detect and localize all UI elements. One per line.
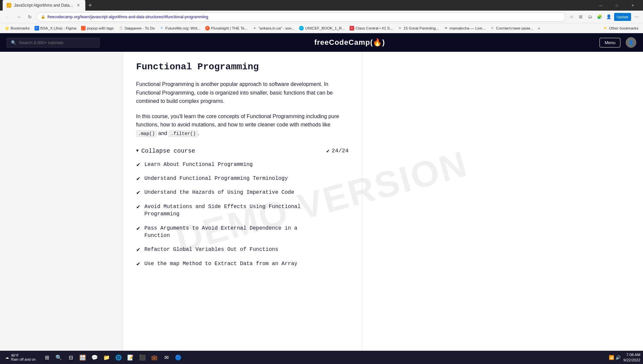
sootv-favicon: С xyxy=(490,26,495,31)
network-icon[interactable]: 📶 xyxy=(609,355,614,360)
article-para2-prefix: In this course, you'll learn the core co… xyxy=(136,113,339,128)
extensions-icon[interactable]: 🧩 xyxy=(596,13,603,21)
collapse-row[interactable]: ▼ Collapse course ✔ 24/24 xyxy=(136,144,349,158)
active-tab[interactable]: JS JavaScript Algorithms and Data... ✕ xyxy=(3,0,85,11)
windows-start-icon[interactable]: ⊞ xyxy=(41,352,52,363)
fcc-logo: freeCodeCamp(🔥) xyxy=(105,38,594,47)
forward-button[interactable]: → xyxy=(14,12,23,22)
url-bar[interactable]: 🔒 freecodecamp.org/learn/javascript-algo… xyxy=(37,12,566,22)
ankara-favicon: A xyxy=(252,26,257,31)
slack-icon[interactable]: 💼 xyxy=(149,352,160,363)
parenting-favicon: G xyxy=(398,26,402,31)
lesson-title: Understand Functional Programming Termin… xyxy=(144,175,288,182)
temperature: 46°F xyxy=(11,353,36,357)
maximize-button[interactable]: □ xyxy=(609,0,624,11)
volume-icon[interactable]: 🔊 xyxy=(615,355,621,360)
lesson-item[interactable]: ✔ Learn About Functional Programming xyxy=(136,158,349,172)
collapse-left: ▼ Collapse course xyxy=(136,148,195,154)
user-avatar[interactable]: 👤 xyxy=(626,37,636,48)
bookmark-other[interactable]: 📁 Other bookmarks xyxy=(601,25,640,31)
left-panel xyxy=(0,52,123,351)
window-controls: — □ ✕ xyxy=(593,0,640,11)
pluralsight-favicon: P xyxy=(205,26,210,31)
lesson-item[interactable]: ✔ Avoid Mutations and Side Effects Using… xyxy=(136,200,349,221)
collapse-label: Collapse course xyxy=(141,148,195,154)
collections-icon[interactable]: 🗂 xyxy=(586,13,594,21)
bookmark-unicef-label: UNICEF_BOOK_1_R... xyxy=(305,26,345,30)
bookmarks-folder[interactable]: ⭐ Bookmarks xyxy=(3,25,32,31)
lesson-item[interactable]: ✔ Understand Functional Programming Term… xyxy=(136,172,349,185)
taskbar-weather: ☁ 46°F Rain off and on xyxy=(3,353,38,361)
bookmark-more[interactable]: » xyxy=(536,26,542,31)
lesson-check-icon: ✔ xyxy=(136,261,140,267)
email-icon[interactable]: ✉ xyxy=(161,352,172,363)
search-input[interactable] xyxy=(19,40,85,45)
bookmark-sootv-label: Соответствие разм... xyxy=(496,26,533,30)
new-tab-button[interactable]: + xyxy=(85,0,95,11)
menu-button[interactable]: Menu xyxy=(600,38,620,47)
browser-icon2[interactable]: 🔵 xyxy=(173,352,184,363)
taskbar: ☁ 46°F Rain off and on ⊞ 🔍 ⊟ 🪟 💬 📁 🌐 📝 ⬛… xyxy=(0,351,643,364)
progress-label: 24/24 xyxy=(332,148,349,154)
bookmark-classcentral[interactable]: C Class Central • #1 S... xyxy=(348,25,395,31)
tab-favicon: JS xyxy=(7,3,11,8)
course-section: ▼ Collapse course ✔ 24/24 ✔ Learn About … xyxy=(136,144,349,271)
lesson-item[interactable]: ✔ Pass Arguments to Avoid External Depen… xyxy=(136,221,349,243)
fcc-app: 🔍 freeCodeCamp(🔥) Menu 👤 DEMO VERSION Fu… xyxy=(0,33,643,351)
lesson-title: Understand the Hazards of Using Imperati… xyxy=(144,189,294,196)
lesson-check-icon: ✔ xyxy=(136,162,140,168)
reader-mode-icon[interactable]: ⊞ xyxy=(577,13,585,21)
lesson-check-icon: ✔ xyxy=(136,247,140,253)
lesson-item[interactable]: ✔ Use the map Method to Extract Data fro… xyxy=(136,257,349,271)
bookmark-sootv[interactable]: С Соответствие разм... xyxy=(488,25,535,31)
close-button[interactable]: ✕ xyxy=(625,0,640,11)
bookmark-futureme[interactable]: 📧 FutureMe.org: Writ... xyxy=(157,25,202,31)
search-taskbar-icon[interactable]: 🔍 xyxy=(53,352,64,363)
teams-icon[interactable]: 💬 xyxy=(89,352,100,363)
fcc-header: 🔍 freeCodeCamp(🔥) Menu 👤 xyxy=(0,33,643,52)
lesson-item[interactable]: ✔ Understand the Hazards of Using Impera… xyxy=(136,185,349,199)
profile-icon[interactable]: 👤 xyxy=(605,13,613,21)
bookmark-popup[interactable]: 🔖 popup with tags xyxy=(79,25,116,31)
bookmark-bsa-label: BSA_X (Jira) - Figma xyxy=(40,26,77,30)
chrome-icon[interactable]: 🌐 xyxy=(113,352,124,363)
bookmark-bsa[interactable]: F BSA_X (Jira) - Figma xyxy=(33,25,79,31)
article-para2-mid: and xyxy=(157,130,169,136)
update-button[interactable]: Update xyxy=(614,13,631,21)
lesson-check-icon: ✔ xyxy=(136,176,140,182)
terminal-icon[interactable]: ⬛ xyxy=(137,352,148,363)
bookmarks-label: Bookmarks xyxy=(11,26,30,30)
bookmark-unicef[interactable]: U UNICEF_BOOK_1_R... xyxy=(297,25,347,31)
article-title: Functional Programming xyxy=(136,62,349,72)
classcentral-favicon: C xyxy=(350,26,354,31)
lesson-item[interactable]: ✔ Refactor Global Variables Out of Funct… xyxy=(136,243,349,256)
refresh-button[interactable]: ↻ xyxy=(25,12,35,22)
minimize-button[interactable]: — xyxy=(593,0,608,11)
bookmark-mamalecha-label: mamalecha — Live... xyxy=(449,26,485,30)
tab-close-button[interactable]: ✕ xyxy=(75,2,81,8)
bookmark-todo[interactable]: 📋 Завдання - To Do xyxy=(117,25,157,31)
other-favicon: 📁 xyxy=(603,26,608,31)
lesson-title: Learn About Functional Programming xyxy=(144,161,253,168)
bookmark-mamalecha[interactable]: M mamalecha — Live... xyxy=(442,25,487,31)
back-button[interactable]: ← xyxy=(3,12,12,22)
lock-icon: 🔒 xyxy=(41,15,45,19)
lesson-check-icon: ✔ xyxy=(136,225,140,232)
lesson-title: Avoid Mutations and Side Effects Using F… xyxy=(144,203,300,218)
clock[interactable]: 7:08 AM 9/22/2022 xyxy=(623,352,640,363)
bookmark-parenting[interactable]: G 15 Great Parenting... xyxy=(396,25,441,31)
bookmark-pluralsight[interactable]: P Pluralsight | THE Te... xyxy=(203,25,250,31)
widgets-icon[interactable]: 🪟 xyxy=(77,352,88,363)
file-explorer-icon[interactable]: 📁 xyxy=(101,352,112,363)
vs-code-icon[interactable]: 📝 xyxy=(125,352,136,363)
bookmark-star-icon[interactable]: ☆ xyxy=(568,13,576,21)
article-para-1: Functional Programming is another popula… xyxy=(136,80,349,106)
unicef-favicon: U xyxy=(299,26,304,31)
settings-icon[interactable]: ⋯ xyxy=(632,13,640,21)
task-view-icon[interactable]: ⊟ xyxy=(65,352,76,363)
fcc-search-bar[interactable]: 🔍 xyxy=(7,38,100,47)
bookmark-ankara-label: "ankara.in.ua" - кон... xyxy=(258,26,294,30)
bookmark-ankara[interactable]: A "ankara.in.ua" - кон... xyxy=(250,25,296,31)
bsa-favicon: F xyxy=(35,26,39,31)
bookmark-parenting-label: 15 Great Parenting... xyxy=(404,26,439,30)
